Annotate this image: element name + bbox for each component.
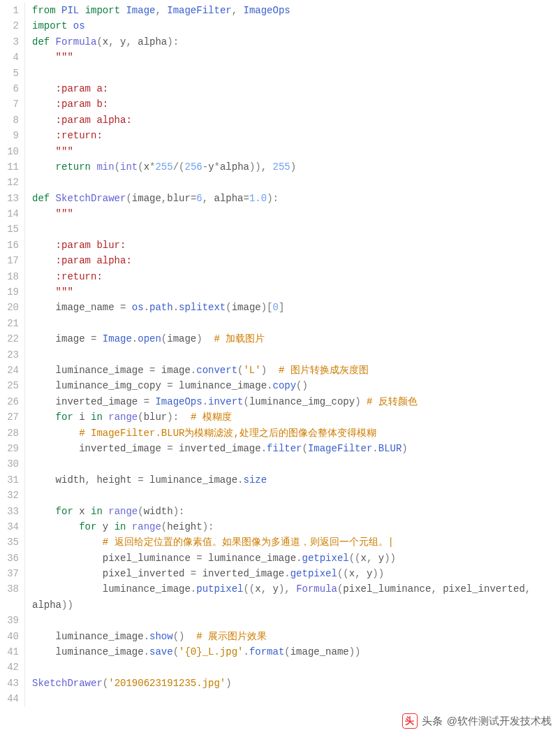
line-number: 22 <box>0 331 19 347</box>
watermark-icon: 头 <box>402 713 418 729</box>
code-line: :param alpha: <box>32 112 560 128</box>
code-line <box>32 660 560 675</box>
code-line: SketchDrawer('20190623191235.jpg') <box>32 676 560 691</box>
code-line: pixel_inverted = inverted_image.getpixel… <box>32 566 560 581</box>
line-number: 38 <box>0 581 19 613</box>
line-number: 36 <box>0 551 19 566</box>
code-line: def Formula(x, y, alpha): <box>32 34 560 50</box>
line-number: 41 <box>0 644 19 660</box>
line-number: 43 <box>0 676 19 691</box>
code-line: inverted_image = ImageOps.invert(luminan… <box>32 394 560 409</box>
code-line: for i in range(blur): # 模糊度 <box>32 409 560 425</box>
code-line <box>32 456 560 472</box>
code-line: luminance_image.save('{0}_L.jpg'.format(… <box>32 644 560 660</box>
line-number: 14 <box>0 206 19 221</box>
line-number: 8 <box>0 112 19 128</box>
line-number: 21 <box>0 316 19 331</box>
line-number: 34 <box>0 519 19 534</box>
line-number: 24 <box>0 363 19 378</box>
watermark-prefix: 头条 <box>422 713 443 729</box>
line-number-gutter: 1234567891011121314151617181920212223242… <box>0 3 25 707</box>
line-number: 10 <box>0 144 19 159</box>
line-number: 16 <box>0 238 19 253</box>
code-line: :param alpha: <box>32 253 560 268</box>
code-line: """ <box>32 206 560 221</box>
code-editor: 1234567891011121314151617181920212223242… <box>0 0 560 710</box>
watermark: 头 头条 @软件测试开发技术栈 <box>402 713 552 729</box>
code-line <box>32 488 560 503</box>
code-line: for y in range(height): <box>32 519 560 534</box>
line-number: 6 <box>0 81 19 96</box>
code-line <box>32 691 560 706</box>
code-line: """ <box>32 284 560 300</box>
code-line: :param a: <box>32 81 560 96</box>
line-number: 40 <box>0 629 19 644</box>
line-number: 2 <box>0 18 19 34</box>
line-number: 23 <box>0 347 19 363</box>
code-line: luminance_image.putpixel((x, y), Formula… <box>32 581 560 613</box>
code-line <box>32 66 560 81</box>
code-line <box>32 316 560 331</box>
line-number: 28 <box>0 425 19 441</box>
line-number: 9 <box>0 128 19 143</box>
line-number: 3 <box>0 34 19 50</box>
code-line: return min(int(x*255/(256-y*alpha)), 255… <box>32 159 560 175</box>
line-number: 20 <box>0 300 19 315</box>
code-line: from PIL import Image, ImageFilter, Imag… <box>32 3 560 18</box>
code-line: luminance_img_copy = luminance_image.cop… <box>32 378 560 393</box>
line-number: 37 <box>0 566 19 581</box>
code-line: :return: <box>32 269 560 284</box>
line-number: 26 <box>0 394 19 409</box>
code-line: luminance_image.show() # 展示图片效果 <box>32 629 560 644</box>
line-number: 12 <box>0 175 19 190</box>
line-number: 35 <box>0 534 19 550</box>
line-number: 30 <box>0 456 19 472</box>
code-line <box>32 221 560 237</box>
code-line: :return: <box>32 128 560 143</box>
line-number: 13 <box>0 191 19 206</box>
code-line: import os <box>32 18 560 34</box>
code-line: """ <box>32 50 560 65</box>
code-line <box>32 347 560 363</box>
code-line: # ImageFilter.BLUR为模糊滤波,处理之后的图像会整体变得模糊 <box>32 425 560 441</box>
line-number: 19 <box>0 284 19 300</box>
line-number: 7 <box>0 96 19 112</box>
code-line: width, height = luminance_image.size <box>32 472 560 488</box>
line-number: 31 <box>0 472 19 488</box>
code-line <box>32 175 560 190</box>
line-number: 27 <box>0 409 19 425</box>
line-number: 15 <box>0 221 19 237</box>
line-number: 18 <box>0 269 19 284</box>
watermark-handle: @软件测试开发技术栈 <box>447 713 552 729</box>
line-number: 42 <box>0 660 19 675</box>
code-line: image_name = os.path.splitext(image)[0] <box>32 300 560 315</box>
code-line: def SketchDrawer(image,blur=6, alpha=1.0… <box>32 191 560 206</box>
line-number: 29 <box>0 441 19 456</box>
code-line: """ <box>32 144 560 159</box>
line-number: 44 <box>0 691 19 706</box>
line-number: 33 <box>0 504 19 519</box>
line-number: 4 <box>0 50 19 65</box>
code-line: pixel_luminance = luminance_image.getpix… <box>32 551 560 566</box>
line-number: 25 <box>0 378 19 393</box>
line-number: 32 <box>0 488 19 503</box>
line-number: 39 <box>0 613 19 628</box>
code-line: luminance_image = image.convert('L') # 图… <box>32 363 560 378</box>
code-area: from PIL import Image, ImageFilter, Imag… <box>25 3 560 707</box>
line-number: 1 <box>0 3 19 18</box>
line-number: 17 <box>0 253 19 268</box>
line-number: 11 <box>0 159 19 175</box>
line-number: 5 <box>0 66 19 81</box>
code-line: # 返回给定位置的像素值。如果图像为多通道，则返回一个元组。| <box>32 534 560 550</box>
code-line: :param b: <box>32 96 560 112</box>
code-line: inverted_image = inverted_image.filter(I… <box>32 441 560 456</box>
code-line: image = Image.open(image) # 加载图片 <box>32 331 560 347</box>
code-line <box>32 613 560 628</box>
code-line: for x in range(width): <box>32 504 560 519</box>
code-line: :param blur: <box>32 238 560 253</box>
